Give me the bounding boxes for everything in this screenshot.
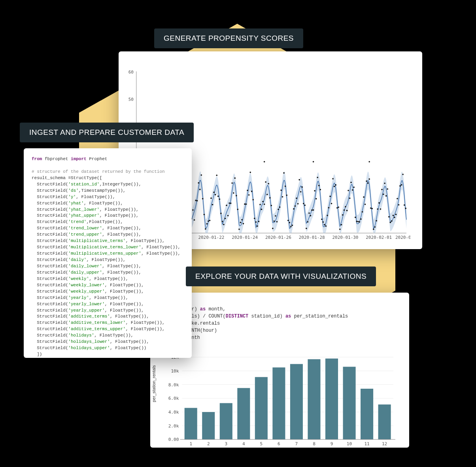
svg-point-76 bbox=[227, 215, 229, 216]
svg-point-167 bbox=[355, 217, 356, 218]
svg-point-193 bbox=[391, 220, 393, 222]
bar-chart: 0.002.0k4.0k6.0k8.0k10k12k 1234567891011… bbox=[160, 345, 399, 454]
bar-11 bbox=[361, 389, 373, 439]
svg-point-196 bbox=[395, 214, 397, 215]
svg-point-116 bbox=[283, 172, 285, 174]
svg-point-56 bbox=[199, 189, 201, 190]
svg-point-147 bbox=[327, 215, 328, 216]
svg-point-137 bbox=[313, 209, 314, 211]
svg-point-156 bbox=[339, 229, 341, 230]
svg-point-162 bbox=[348, 190, 349, 191]
svg-point-150 bbox=[331, 203, 332, 204]
svg-point-153 bbox=[335, 184, 336, 186]
svg-point-79 bbox=[231, 182, 233, 184]
svg-point-166 bbox=[353, 187, 355, 188]
svg-point-78 bbox=[230, 202, 232, 204]
svg-point-68 bbox=[216, 175, 217, 176]
svg-text:2: 2 bbox=[207, 441, 210, 446]
svg-point-94 bbox=[252, 199, 254, 200]
svg-point-111 bbox=[276, 221, 278, 223]
svg-point-127 bbox=[298, 179, 300, 181]
svg-point-178 bbox=[370, 207, 372, 209]
bar-7 bbox=[290, 364, 303, 440]
svg-text:10k: 10k bbox=[171, 369, 179, 374]
svg-point-135 bbox=[310, 215, 312, 217]
svg-point-136 bbox=[311, 210, 313, 211]
svg-text:5: 5 bbox=[260, 441, 263, 446]
svg-text:12: 12 bbox=[382, 441, 387, 446]
svg-point-141 bbox=[318, 185, 320, 186]
svg-point-205 bbox=[264, 161, 265, 163]
svg-point-108 bbox=[272, 228, 274, 229]
svg-point-61 bbox=[206, 223, 208, 225]
bar-8 bbox=[308, 359, 320, 439]
svg-point-189 bbox=[385, 195, 387, 197]
svg-point-64 bbox=[210, 197, 212, 199]
svg-point-59 bbox=[204, 214, 205, 216]
svg-point-173 bbox=[363, 197, 365, 198]
svg-point-133 bbox=[307, 221, 309, 223]
svg-point-86 bbox=[241, 219, 243, 221]
svg-text:4.0k: 4.0k bbox=[168, 410, 179, 415]
label-ingest: INGEST AND PREPARE CUSTOMER DATA bbox=[20, 123, 194, 142]
svg-point-174 bbox=[365, 204, 366, 205]
svg-point-83 bbox=[237, 209, 239, 210]
svg-point-143 bbox=[321, 219, 323, 220]
bar-12 bbox=[378, 405, 391, 439]
svg-point-100 bbox=[261, 209, 263, 210]
svg-point-157 bbox=[341, 224, 342, 225]
code-card: from fbprophet import Prophet # structur… bbox=[24, 148, 192, 358]
svg-point-194 bbox=[393, 215, 394, 216]
ytick-50: 50 bbox=[128, 97, 134, 102]
svg-text:2020-01-26: 2020-01-26 bbox=[265, 235, 291, 240]
svg-point-60 bbox=[205, 228, 206, 230]
svg-point-184 bbox=[378, 202, 380, 204]
svg-point-180 bbox=[373, 229, 374, 230]
svg-point-206 bbox=[313, 161, 314, 163]
svg-point-105 bbox=[268, 183, 269, 185]
svg-point-202 bbox=[404, 204, 405, 206]
svg-point-181 bbox=[374, 226, 376, 228]
svg-point-112 bbox=[278, 209, 279, 210]
svg-text:2020-01-22: 2020-01-22 bbox=[198, 235, 224, 240]
svg-point-169 bbox=[357, 221, 359, 223]
bar-5 bbox=[255, 377, 268, 440]
svg-point-93 bbox=[251, 191, 253, 192]
svg-point-170 bbox=[359, 221, 361, 223]
svg-point-185 bbox=[380, 208, 382, 210]
svg-point-151 bbox=[332, 178, 334, 180]
svg-point-160 bbox=[345, 206, 346, 208]
svg-point-165 bbox=[352, 189, 353, 191]
svg-point-84 bbox=[238, 229, 240, 230]
svg-point-130 bbox=[303, 203, 304, 204]
svg-point-163 bbox=[349, 197, 351, 199]
svg-point-62 bbox=[208, 221, 209, 222]
svg-point-54 bbox=[196, 200, 198, 202]
label-propensity: GENERATE PROPENSITY SCORES bbox=[154, 28, 303, 48]
svg-text:3: 3 bbox=[225, 441, 227, 446]
svg-text:6: 6 bbox=[278, 441, 280, 446]
svg-point-66 bbox=[213, 192, 215, 193]
svg-point-138 bbox=[314, 190, 315, 192]
svg-text:2020-01-24: 2020-01-24 bbox=[232, 235, 258, 240]
svg-text:1: 1 bbox=[189, 441, 192, 446]
python-code: from fbprophet import Prophet # structur… bbox=[32, 156, 184, 358]
svg-point-195 bbox=[394, 217, 395, 218]
svg-point-97 bbox=[257, 225, 258, 227]
svg-point-102 bbox=[264, 204, 265, 205]
svg-point-88 bbox=[244, 203, 246, 205]
svg-text:4: 4 bbox=[242, 441, 245, 446]
svg-point-140 bbox=[317, 177, 318, 178]
svg-point-115 bbox=[282, 196, 283, 198]
svg-point-72 bbox=[222, 221, 223, 222]
svg-point-197 bbox=[397, 198, 398, 199]
svg-point-182 bbox=[376, 220, 377, 222]
svg-point-177 bbox=[368, 178, 370, 180]
bar-10 bbox=[343, 367, 356, 439]
svg-point-74 bbox=[225, 218, 226, 219]
ytick-60: 60 bbox=[128, 70, 134, 75]
svg-point-114 bbox=[280, 189, 282, 191]
svg-point-69 bbox=[217, 195, 219, 197]
svg-text:6.0k: 6.0k bbox=[168, 396, 179, 401]
svg-point-171 bbox=[360, 218, 362, 220]
